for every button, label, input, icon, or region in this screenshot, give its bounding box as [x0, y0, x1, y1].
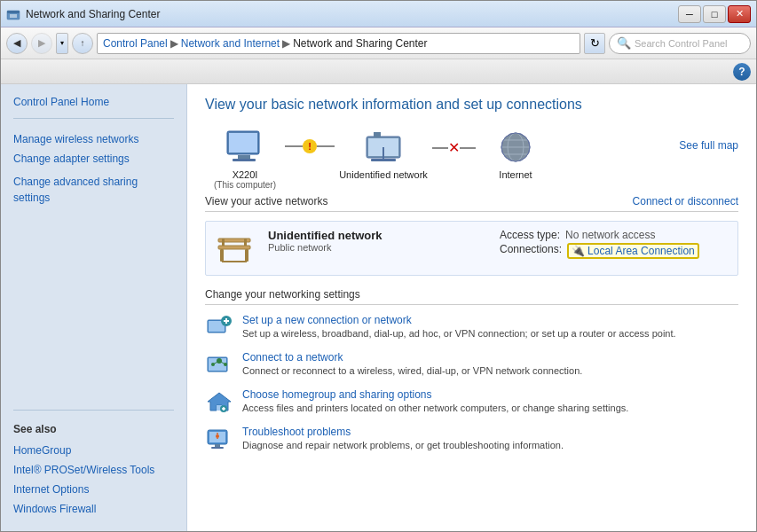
breadcrumb-ni[interactable]: Network and Internet [181, 37, 280, 50]
connect-disconnect-link[interactable]: Connect or disconnect [633, 195, 738, 207]
svg-rect-1 [7, 11, 20, 13]
address-bar: ◀ ▶ ▾ ↑ Control Panel ▶ Network and Inte… [1, 27, 756, 59]
content-area: View your basic network information and … [187, 84, 756, 531]
network-name: Unidentified network [268, 229, 487, 242]
local-area-connection-text: Local Area Connection [587, 245, 695, 257]
sidebar-link-firewall[interactable]: Windows Firewall [13, 499, 174, 519]
refresh-button[interactable]: ↻ [584, 33, 605, 54]
title-bar-text: Network and Sharing Center [26, 8, 160, 20]
forward-button[interactable]: ▶ [31, 33, 52, 54]
svg-rect-5 [229, 133, 257, 153]
sidebar-divider-1 [13, 118, 174, 119]
troubleshoot-link[interactable]: Troubleshoot problems [242, 426, 351, 438]
svg-point-46 [216, 434, 219, 438]
see-also-title: See also [1, 418, 186, 437]
bench-icon [213, 229, 256, 268]
see-full-map-link[interactable]: See full map [679, 127, 738, 152]
change-networking-settings: Change your networking settings [205, 288, 738, 452]
network-details: Access type: No network access Connectio… [500, 229, 730, 268]
network-plug-icon: 🔌 [572, 245, 585, 257]
up-button[interactable]: ↑ [72, 33, 93, 54]
sidebar-divider-2 [13, 410, 174, 411]
diagram-node-computer-label: X220I [233, 169, 258, 180]
search-icon: 🔍 [617, 36, 631, 50]
sidebar-link-internet-options[interactable]: Internet Options [13, 480, 174, 499]
active-network-card: Unidentified network Public network Acce… [205, 221, 738, 276]
connections-label: Connections: [500, 243, 562, 259]
warning-icon: ! [303, 139, 317, 153]
sidebar-links: Manage wireless networks Change adapter … [1, 126, 186, 211]
breadcrumb-nsc: Network and Sharing Center [293, 37, 427, 50]
connect-network-desc: Connect or reconnect to a wireless, wire… [242, 365, 582, 376]
diagram-node-network-label: Unidentified network [339, 169, 428, 180]
connect-network-link[interactable]: Connect to a network [242, 351, 343, 364]
maximize-button[interactable]: □ [703, 5, 726, 23]
close-button[interactable]: ✕ [728, 5, 751, 23]
see-also-links: HomeGroup Intel® PROSet/Wireless Tools I… [1, 437, 186, 522]
add-network-icon [205, 314, 233, 340]
settings-text-0: Set up a new connection or network Set u… [242, 314, 676, 339]
bench-svg [214, 230, 255, 267]
recent-locations-button[interactable]: ▾ [56, 33, 68, 54]
window: Network and Sharing Center ─ □ ✕ ◀ ▶ ▾ ↑… [0, 0, 757, 532]
local-area-connection-link[interactable]: 🔌 Local Area Connection [567, 243, 699, 259]
svg-rect-22 [245, 249, 248, 262]
main-area: Control Panel Home Manage wireless netwo… [1, 84, 756, 531]
settings-item-3: Troubleshoot problems Diagnose and repai… [205, 426, 738, 452]
sidebar-link-advanced[interactable]: Change advanced sharing settings [13, 172, 174, 207]
sidebar: Control Panel Home Manage wireless netwo… [1, 84, 187, 531]
back-button[interactable]: ◀ [6, 33, 28, 54]
diagram-node-network: Unidentified network [335, 127, 432, 180]
settings-text-3: Troubleshoot problems Diagnose and repai… [242, 426, 564, 450]
page-title: View your basic network information and … [205, 97, 738, 113]
diagram-node-computer: X220I (This computer) [205, 127, 285, 190]
homegroup-icon [205, 388, 233, 415]
network-type: Public network [268, 242, 487, 253]
window-icon [6, 7, 20, 21]
svg-rect-11 [371, 159, 396, 161]
sidebar-home-link[interactable]: Control Panel Home [1, 93, 186, 111]
settings-item-0: Set up a new connection or network Set u… [205, 314, 738, 340]
change-settings-label: Change your networking settings [205, 288, 738, 305]
diagram-node-computer-sublabel: (This computer) [214, 180, 276, 190]
globe-icon [495, 129, 536, 165]
connector-2: ✕ [432, 139, 476, 156]
diagram-node-internet: Internet [476, 127, 556, 180]
computer-icon [224, 129, 266, 165]
svg-rect-10 [374, 132, 381, 137]
title-bar-left: Network and Sharing Center [6, 7, 160, 21]
sidebar-link-wireless[interactable]: Manage wireless networks [13, 129, 174, 149]
help-button[interactable]: ? [733, 63, 751, 81]
troubleshoot-desc: Diagnose and repair network problems, or… [242, 440, 564, 450]
svg-rect-25 [244, 239, 247, 246]
svg-rect-6 [238, 155, 250, 159]
svg-rect-19 [218, 246, 250, 249]
network-info: Unidentified network Public network [268, 229, 487, 268]
settings-item-2: Choose homegroup and sharing options Acc… [205, 388, 738, 415]
network-diagram: X220I (This computer) ! [205, 127, 670, 190]
breadcrumb-cp[interactable]: Control Panel [103, 37, 168, 50]
active-networks-section: View your active networks Connect or dis… [205, 195, 738, 212]
svg-rect-7 [233, 159, 256, 161]
diagram-node-internet-label: Internet [499, 169, 532, 180]
svg-rect-44 [215, 444, 220, 447]
sidebar-link-adapter[interactable]: Change adapter settings [13, 149, 174, 168]
toolbar: ? [1, 59, 756, 84]
homegroup-link[interactable]: Choose homegroup and sharing options [242, 388, 431, 401]
connections-row: Connections: 🔌 Local Area Connection [500, 243, 730, 259]
access-type-row: Access type: No network access [500, 229, 730, 241]
search-box[interactable]: 🔍 Search Control Panel [609, 33, 751, 54]
title-bar-controls: ─ □ ✕ [678, 5, 751, 23]
minimize-button[interactable]: ─ [678, 5, 701, 23]
troubleshoot-icon [205, 426, 233, 452]
access-type-label: Access type: [500, 229, 560, 241]
settings-item-1: Connect to a network Connect or reconnec… [205, 351, 738, 378]
address-path: Control Panel ▶ Network and Internet ▶ N… [97, 33, 580, 54]
title-bar: Network and Sharing Center ─ □ ✕ [1, 1, 756, 27]
search-placeholder: Search Control Panel [635, 38, 728, 49]
sidebar-link-homegroup[interactable]: HomeGroup [13, 441, 174, 460]
access-type-value: No network access [565, 229, 655, 241]
svg-rect-45 [211, 447, 224, 449]
sidebar-link-intel[interactable]: Intel® PROSet/Wireless Tools [13, 460, 174, 480]
setup-connection-link[interactable]: Set up a new connection or network [242, 314, 412, 326]
